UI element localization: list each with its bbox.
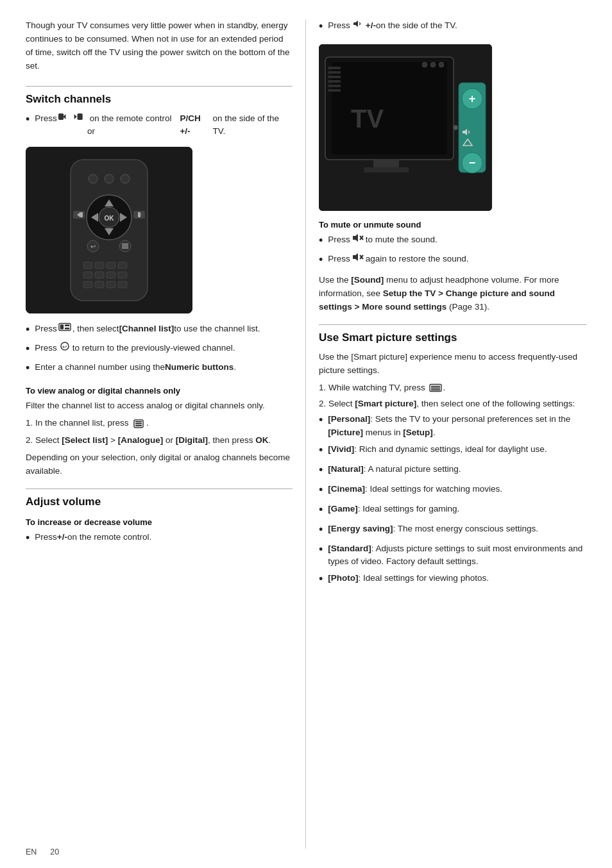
svg-rect-70 xyxy=(328,85,341,87)
smart-picture-divider xyxy=(319,324,586,325)
adjust-volume-title: Adjust volume xyxy=(26,496,293,508)
svg-rect-36 xyxy=(83,281,92,288)
svg-rect-69 xyxy=(328,80,341,83)
left-column: Though your TV consumes very little powe… xyxy=(26,19,306,849)
smart-step1: 1. While watching TV, press . xyxy=(319,381,586,395)
volume-bullets: Press +/- on the remote control. xyxy=(26,531,293,547)
mute-icon xyxy=(352,233,364,242)
list-item: [Natural]: A natural picture setting. xyxy=(319,463,586,479)
list-item: [Photo]: Ideal settings for viewing phot… xyxy=(319,572,586,588)
svg-rect-33 xyxy=(95,272,104,278)
list-item: Press , then select [Channel list] to us… xyxy=(26,322,293,338)
svg-rect-31 xyxy=(118,262,127,269)
list-item: [Personal]: Sets the TV to your personal… xyxy=(319,413,586,439)
svg-marker-50 xyxy=(353,21,358,27)
switch-channels-section: Switch channels Press on the remote cont… xyxy=(26,93,293,478)
skip-prev-icon xyxy=(58,112,71,121)
svg-text:OK: OK xyxy=(105,215,115,222)
svg-rect-18 xyxy=(80,212,83,217)
svg-rect-49 xyxy=(135,425,142,426)
svg-point-65 xyxy=(439,62,444,67)
svg-rect-21 xyxy=(138,212,140,217)
intro-text: Though your TV consumes very little powe… xyxy=(26,19,293,73)
list-item: [Game]: Ideal settings for gaming. xyxy=(319,503,586,519)
remote-image: OK xyxy=(26,147,192,313)
svg-rect-53 xyxy=(332,62,447,154)
list-item: [Cinema]: Ideal settings for watching mo… xyxy=(319,483,586,499)
svg-marker-77 xyxy=(353,253,358,261)
unmute-icon xyxy=(352,253,364,262)
svg-rect-38 xyxy=(106,281,115,288)
svg-rect-39 xyxy=(118,281,127,288)
list-item: [Vivid]: Rich and dynamic settings, idea… xyxy=(319,443,586,459)
analog-digital-text1: Filter the channel list to access analog… xyxy=(26,399,293,413)
list-item: [Energy saving]: The most energy conscio… xyxy=(319,522,586,538)
channel-list-icon xyxy=(58,322,71,331)
mute-body-text: Use the [Sound] menu to adjust headphone… xyxy=(319,274,586,314)
switch-channels-bullets: Press on the remote control or P/CH +/- … xyxy=(26,112,293,138)
back-icon: ↩ xyxy=(58,342,71,351)
analog-digital-subtitle: To view analog or digital channels only xyxy=(26,386,293,396)
svg-rect-3 xyxy=(78,113,83,120)
volume-icon xyxy=(352,19,364,28)
list-item: Press +/- on the remote control. xyxy=(26,531,293,547)
svg-text:↩: ↩ xyxy=(90,243,96,250)
svg-marker-2 xyxy=(74,114,77,119)
increase-decrease-subtitle: To increase or decrease volume xyxy=(26,517,293,527)
list-item: Press to mute the sound. xyxy=(319,233,586,249)
remote-svg: OK xyxy=(26,147,192,313)
svg-rect-34 xyxy=(106,272,115,278)
analog-digital-section: To view analog or digital channels only … xyxy=(26,386,293,478)
skip-next-icon xyxy=(73,112,86,121)
svg-rect-41 xyxy=(60,325,64,330)
adjust-volume-divider xyxy=(26,488,293,489)
smart-picture-bullets: [Personal]: Sets the TV to your personal… xyxy=(319,413,586,588)
press-plus-minus-bullet: Press +/- on the side of the TV. xyxy=(319,19,586,35)
svg-text:+: + xyxy=(469,92,476,105)
list-item: Enter a channel number using the Numeric… xyxy=(26,361,293,377)
svg-rect-29 xyxy=(95,262,104,269)
svg-rect-43 xyxy=(65,328,69,330)
svg-point-63 xyxy=(422,62,427,67)
tv-side-image: + − xyxy=(319,44,492,211)
footer-page-number: 20 xyxy=(50,847,59,856)
footer-lang: EN xyxy=(26,847,37,856)
page-footer: EN 20 xyxy=(26,847,59,856)
tv-side-svg: + − xyxy=(319,44,492,211)
svg-rect-81 xyxy=(430,386,440,387)
mute-bullets: Press to mute the sound. Press xyxy=(319,233,586,269)
svg-rect-0 xyxy=(58,113,64,120)
svg-point-8 xyxy=(121,174,130,183)
smart-picture-title: Use Smart picture settings xyxy=(319,331,586,344)
svg-text:↩: ↩ xyxy=(62,344,67,350)
svg-rect-26 xyxy=(122,246,128,247)
more-switch-bullets: Press , then select [Channel list] to us… xyxy=(26,322,293,377)
switch-channels-title: Switch channels xyxy=(26,93,293,106)
list-item: Press on the remote control or P/CH +/- … xyxy=(26,112,293,138)
menu-icon-step1 xyxy=(429,383,442,392)
svg-rect-71 xyxy=(328,89,341,92)
svg-point-64 xyxy=(430,62,436,67)
svg-point-7 xyxy=(105,174,114,183)
analog-digital-step1: 1. In the channel list, press . xyxy=(26,417,293,430)
adjust-volume-section: Adjust volume To increase or decrease vo… xyxy=(26,496,293,547)
svg-rect-83 xyxy=(430,389,440,390)
mute-unmute-subtitle: To mute or unmute sound xyxy=(319,220,586,230)
svg-rect-32 xyxy=(83,272,92,278)
right-column: Press +/- on the side of the TV. xyxy=(306,19,586,849)
svg-rect-37 xyxy=(95,281,104,288)
svg-rect-66 xyxy=(328,67,341,69)
svg-rect-61 xyxy=(373,160,399,167)
svg-text:TV: TV xyxy=(351,104,384,133)
svg-marker-74 xyxy=(353,234,358,242)
svg-rect-47 xyxy=(135,421,142,422)
mute-unmute-section: To mute or unmute sound Press to mute th… xyxy=(319,220,586,314)
svg-rect-28 xyxy=(83,262,92,269)
list-item: Press +/- on the side of the TV. xyxy=(319,19,586,35)
analog-digital-step2: 2. Select [Select list] > [Analogue] or … xyxy=(26,434,293,447)
svg-point-6 xyxy=(89,174,98,183)
svg-rect-48 xyxy=(135,423,142,424)
list-item: Press again to restore the sound. xyxy=(319,253,586,269)
svg-rect-30 xyxy=(106,262,115,269)
filter-icon xyxy=(132,419,145,428)
